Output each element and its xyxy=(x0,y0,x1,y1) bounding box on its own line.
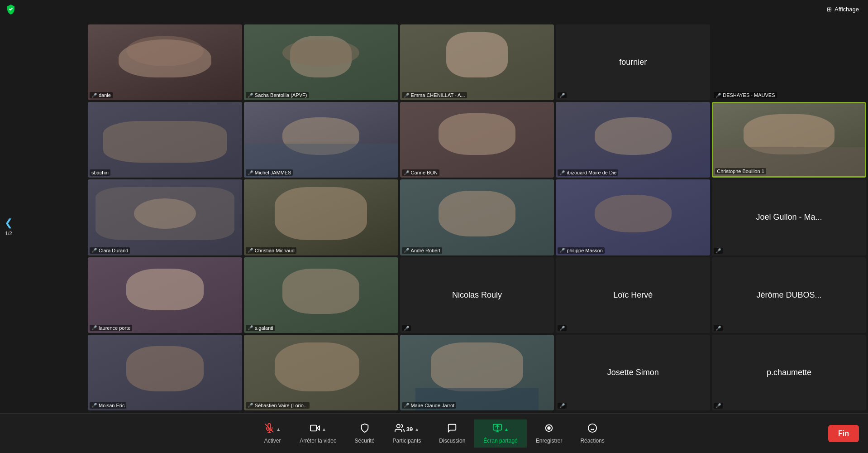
mic-button[interactable]: ▲ Activer xyxy=(254,419,291,448)
mute-icon-andre: 🎤 xyxy=(404,248,409,253)
end-meeting-button[interactable]: Fin xyxy=(828,425,859,442)
mute-icon-sebastien: 🎤 xyxy=(248,403,253,408)
top-bar: ⊞ Affichage xyxy=(0,0,868,18)
video-cell-josette[interactable]: Josette Simon 🎤 xyxy=(556,335,710,410)
svg-rect-4 xyxy=(310,425,317,431)
mute-icon-nicolas: 🎤 xyxy=(404,326,409,331)
video-cell-nicolas[interactable]: Nicolas Rouly 🎤 xyxy=(400,257,554,333)
video-cell-loic[interactable]: Loïc Hervé 🎤 xyxy=(556,257,710,333)
name-label-christian: Christian Michaud xyxy=(255,248,295,253)
video-cell-philippe[interactable]: 🎤 philippe Masson xyxy=(556,179,710,255)
chat-button[interactable]: Discussion xyxy=(430,419,474,448)
video-caret[interactable]: ▲ xyxy=(322,427,326,432)
participant-name-andre: 🎤 André Robert xyxy=(402,247,442,254)
video-cell-joel[interactable]: Joel Gullon - Ma... 🎤 xyxy=(712,179,866,255)
participant-name-label-joel: 🎤 xyxy=(714,248,723,254)
video-cell-sbachiri[interactable]: sbachiri xyxy=(88,102,242,178)
mute-icon-michel: 🎤 xyxy=(248,170,253,175)
video-cell-sacha[interactable]: 🎤 Sacha Bentolila (APVF) xyxy=(244,24,398,100)
participant-name-sebastien: 🎤 Sébastien Vaire (Lorio... xyxy=(246,402,310,409)
video-cell-laurence[interactable]: 🎤 laurence porte xyxy=(88,257,242,333)
reactions-label: Réactions xyxy=(580,438,604,444)
video-cell-christian[interactable]: 🎤 Christian Michaud xyxy=(244,179,398,255)
mute-icon-fournier: 🎤 xyxy=(559,93,565,98)
video-cell-michel[interactable]: 🎤 Michel JAMMES xyxy=(244,102,398,178)
video-cell-sgalanti[interactable]: 🎤 s.galanti xyxy=(244,257,398,333)
participants-icon xyxy=(395,423,405,436)
mute-icon-sacha: 🎤 xyxy=(248,93,253,98)
participant-name-maire: 🎤 Maire Claude Jarrot xyxy=(402,402,457,409)
video-cell-moisan[interactable]: 🎤 Moisan Eric xyxy=(88,335,242,410)
video-cell-fournier[interactable]: fournier 🎤 xyxy=(556,24,710,100)
mute-icon-deshayes: 🎤 xyxy=(715,93,721,98)
screenshare-caret[interactable]: ▲ xyxy=(504,427,509,432)
participant-name-label-jerome: 🎤 xyxy=(714,325,723,331)
participant-name-label-pchaumette: 🎤 xyxy=(714,403,723,409)
mute-icon-pchaumette: 🎤 xyxy=(715,403,721,408)
video-cell-clara[interactable]: 🎤 Clara Durand xyxy=(88,179,242,255)
participants-count: 39 xyxy=(406,426,413,433)
svg-point-5 xyxy=(396,424,400,427)
svg-point-11 xyxy=(548,427,550,429)
participants-caret[interactable]: ▲ xyxy=(415,427,419,432)
screenshare-label: Écran partagé xyxy=(483,438,517,444)
participant-name-jerome: Jérôme DUBOS... xyxy=(752,286,826,304)
mute-icon-emma: 🎤 xyxy=(404,93,409,98)
video-cell-pchaumette[interactable]: p.chaumette 🎤 xyxy=(712,335,866,410)
participant-name-michel: 🎤 Michel JAMMES xyxy=(246,169,293,176)
video-cell-sebastien[interactable]: 🎤 Sébastien Vaire (Lorio... xyxy=(244,335,398,410)
grid-icon: ⊞ xyxy=(827,6,832,13)
participant-name-christophe: Christophe Bouillon 1 xyxy=(715,168,766,174)
name-label-deshayes: DESHAYES - MAUVES xyxy=(723,92,775,98)
participant-name-label-nicolas: 🎤 xyxy=(402,325,411,331)
screenshare-icon xyxy=(492,423,502,436)
participant-name-philippe: 🎤 philippe Masson xyxy=(558,247,605,254)
prev-page-button[interactable]: ❮ xyxy=(5,217,13,229)
video-cell-emma[interactable]: 🎤 Emma CHENILLAT - A... xyxy=(400,24,554,100)
screenshare-button[interactable]: ▲ Écran partagé xyxy=(474,419,526,448)
mute-icon-maire: 🎤 xyxy=(404,403,409,408)
video-cell-ibizouard[interactable]: 🎤 ibizouard Maire de Die xyxy=(556,102,710,178)
name-label-sacha: Sacha Bentolila (APVF) xyxy=(255,92,307,98)
video-cell-andre[interactable]: 🎤 André Robert xyxy=(400,179,554,255)
svg-marker-3 xyxy=(317,426,320,430)
participants-button[interactable]: 39 ▲ Participants xyxy=(384,419,430,448)
security-label: Sécurité xyxy=(355,438,375,444)
participant-name-deshayes: 🎤 DESHAYES - MAUVES xyxy=(714,92,777,98)
participant-name-sgalanti: 🎤 s.galanti xyxy=(246,325,275,331)
video-cell-christophe[interactable]: Christophe Bouillon 1 xyxy=(712,102,866,178)
name-label-andre: André Robert xyxy=(411,248,440,253)
mic-label: Activer xyxy=(264,438,281,444)
mute-icon-ibizouard: 🎤 xyxy=(559,170,565,175)
mic-caret[interactable]: ▲ xyxy=(276,427,281,432)
participant-name-pchaumette: p.chaumette xyxy=(762,363,816,382)
video-cell-maire[interactable]: 🎤 Maire Claude Jarrot xyxy=(400,335,554,410)
video-cell-carine[interactable]: 🎤 Carine BON xyxy=(400,102,554,178)
video-cell-danie[interactable]: 🎤 danie xyxy=(88,24,242,100)
participant-name-christian: 🎤 Christian Michaud xyxy=(246,247,296,254)
name-label-carine: Carine BON xyxy=(411,170,438,175)
participant-name-emma: 🎤 Emma CHENILLAT - A... xyxy=(402,92,467,98)
reactions-icon xyxy=(587,423,597,436)
security-icon xyxy=(360,423,370,436)
record-button[interactable]: Enregistrer xyxy=(527,419,572,448)
name-label-christophe: Christophe Bouillon 1 xyxy=(717,169,764,174)
mute-icon-joel: 🎤 xyxy=(715,248,721,253)
name-label-sebastien: Sébastien Vaire (Lorio... xyxy=(255,403,308,408)
mute-icon-clara: 🎤 xyxy=(91,248,97,253)
name-label-maire: Maire Claude Jarrot xyxy=(411,403,455,408)
name-label-michel: Michel JAMMES xyxy=(255,170,291,175)
video-label: Arrêter la video xyxy=(300,438,336,444)
security-button[interactable]: Sécurité xyxy=(346,419,384,448)
video-cell-deshayes[interactable]: 🎤 DESHAYES - MAUVES xyxy=(712,24,866,100)
record-label: Enregistrer xyxy=(536,438,563,444)
toolbar: ▲ Activer ▲ Arrêter la video Sécurité xyxy=(0,413,868,453)
reactions-button[interactable]: Réactions xyxy=(571,419,613,448)
participant-name-clara: 🎤 Clara Durand xyxy=(90,247,130,254)
participant-name-label-josette: 🎤 xyxy=(558,403,567,409)
video-cell-jerome[interactable]: Jérôme DUBOS... 🎤 xyxy=(712,257,866,333)
affichage-label: Affichage xyxy=(835,6,859,13)
affichage-button[interactable]: ⊞ Affichage xyxy=(827,6,859,13)
mute-icon-philippe: 🎤 xyxy=(559,248,565,253)
video-button[interactable]: ▲ Arrêter la video xyxy=(291,419,345,448)
